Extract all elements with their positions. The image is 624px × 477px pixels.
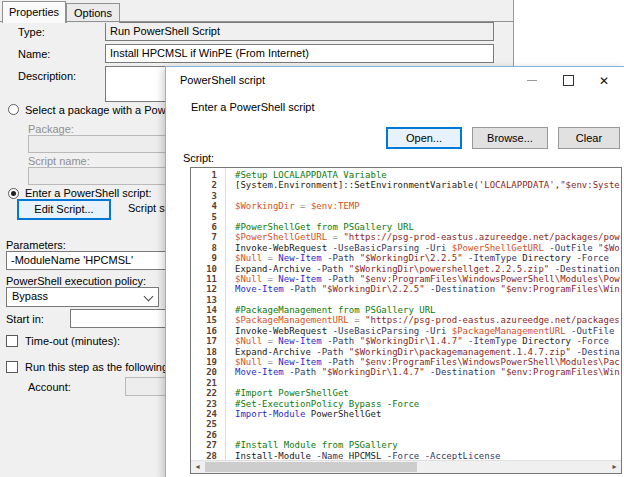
- tab-divider: [0, 21, 513, 22]
- tab-properties[interactable]: Properties: [2, 1, 66, 23]
- package-label: Package:: [28, 123, 74, 135]
- edit-script-button[interactable]: Edit Script...: [17, 199, 111, 220]
- script-label: Script:: [183, 152, 214, 164]
- name-field[interactable]: Install HPCMSL if WinPE (From Internet): [105, 44, 494, 63]
- open-button[interactable]: Open...: [386, 127, 462, 149]
- scrollbar-thumb[interactable]: [205, 462, 417, 472]
- scroll-right-arrow-icon[interactable]: ▸: [608, 461, 621, 473]
- description-label: Description:: [18, 70, 76, 82]
- script-name-label: Script name:: [28, 155, 90, 167]
- close-button[interactable]: ✕: [586, 67, 622, 94]
- horizontal-scrollbar[interactable]: ◂ ▸: [191, 460, 621, 473]
- enter-script-radio-label[interactable]: Enter a PowerShell script:: [25, 187, 152, 199]
- parameters-label: Parameters:: [6, 239, 66, 251]
- close-icon: ✕: [599, 75, 609, 87]
- run-as-account-checkbox[interactable]: [6, 361, 18, 373]
- enter-script-radio[interactable]: [8, 188, 19, 199]
- dialog-title: PowerShell script: [180, 74, 265, 86]
- maximize-button[interactable]: [550, 67, 586, 94]
- scroll-left-arrow-icon[interactable]: ◂: [191, 461, 204, 473]
- timeout-checkbox[interactable]: [6, 335, 18, 347]
- type-label: Type:: [18, 26, 45, 38]
- type-field: Run PowerShell Script: [105, 22, 494, 41]
- chevron-down-icon: [144, 292, 154, 302]
- titlebar[interactable]: PowerShell script ✕: [166, 67, 624, 94]
- execution-policy-label: PowerShell execution policy:: [6, 275, 146, 287]
- gutter-divider: [225, 168, 226, 461]
- execution-policy-select[interactable]: Bypass: [6, 287, 159, 307]
- code-lines[interactable]: 1#Setup LOCALAPPDATA Variable2[System.En…: [191, 168, 621, 461]
- execution-policy-value: Bypass: [12, 290, 48, 302]
- maximize-icon: [563, 75, 574, 86]
- clear-button[interactable]: Clear: [558, 127, 620, 149]
- select-package-radio[interactable]: [8, 104, 19, 115]
- tab-options[interactable]: Options: [66, 3, 120, 23]
- timeout-checkbox-label[interactable]: Time-out (minutes):: [25, 335, 120, 347]
- minimize-icon: [527, 80, 537, 81]
- script-editor[interactable]: 1#Setup LOCALAPPDATA Variable2[System.En…: [190, 167, 622, 474]
- enter-script-heading: Enter a PowerShell script: [191, 101, 315, 113]
- account-label: Account:: [28, 381, 71, 393]
- minimize-button[interactable]: [514, 67, 550, 94]
- start-in-label: Start in:: [6, 313, 44, 325]
- powershell-script-dialog: PowerShell script ✕ Enter a PowerShell s…: [165, 66, 624, 477]
- browse-button[interactable]: Browse...: [472, 127, 548, 149]
- name-label: Name:: [18, 48, 50, 60]
